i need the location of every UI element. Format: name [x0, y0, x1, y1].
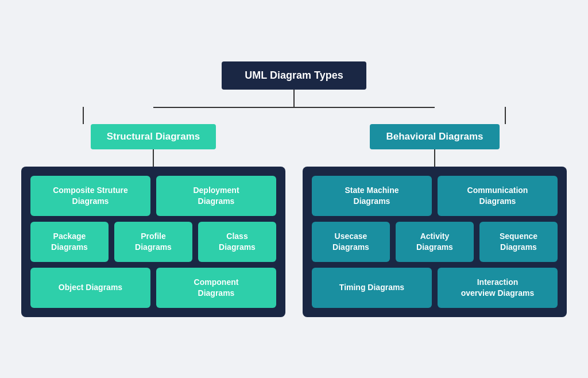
right-branch-connector	[505, 107, 506, 124]
left-branch-connector	[83, 107, 84, 124]
behavioral-row-2: UsecaseDiagrams ActivityDiagrams Sequenc…	[312, 222, 558, 262]
state-machine-diagrams: State MachineDiagrams	[312, 176, 432, 216]
package-diagrams: PackageDiagrams	[30, 222, 109, 262]
deployment-diagrams: DeploymentDiagrams	[156, 176, 276, 216]
sequence-diagrams: SequenceDiagrams	[479, 222, 558, 262]
structural-label: Structural Diagrams	[91, 124, 216, 149]
structural-row-3: Object Diagrams ComponentDiagrams	[30, 268, 276, 308]
communication-diagrams: CommunicationDiagrams	[438, 176, 558, 216]
structural-down-connector	[153, 149, 154, 167]
interaction-overview-diagrams: Interactionoverview Diagrams	[438, 268, 558, 308]
structural-panel: Composite StrutureDiagrams DeploymentDia…	[21, 167, 285, 317]
activity-diagrams: ActivityDiagrams	[396, 222, 474, 262]
behavioral-row-1: State MachineDiagrams CommunicationDiagr…	[312, 176, 558, 216]
branches: Structural Diagrams Composite StrutureDi…	[13, 124, 575, 317]
behavioral-branch: Behavioral Diagrams State MachineDiagram…	[294, 124, 575, 317]
behavioral-label: Behavioral Diagrams	[370, 124, 499, 149]
behavioral-row-3: Timing Diagrams Interactionoverview Diag…	[312, 268, 558, 308]
profile-diagrams: ProfileDiagrams	[114, 222, 192, 262]
object-diagrams: Object Diagrams	[30, 268, 150, 308]
root-connector	[293, 90, 295, 107]
structural-row-2: PackageDiagrams ProfileDiagrams ClassDia…	[30, 222, 276, 262]
behavioral-panel: State MachineDiagrams CommunicationDiagr…	[303, 167, 567, 317]
structural-branch: Structural Diagrams Composite StrutureDi…	[13, 124, 294, 317]
usecase-diagrams: UsecaseDiagrams	[312, 222, 390, 262]
class-diagrams: ClassDiagrams	[198, 222, 276, 262]
component-diagrams: ComponentDiagrams	[156, 268, 276, 308]
behavioral-down-connector	[434, 149, 435, 167]
root-node: UML Diagram Types	[222, 61, 366, 90]
split-row	[13, 107, 575, 124]
structural-row-1: Composite StrutureDiagrams DeploymentDia…	[30, 176, 276, 216]
composite-structure-diagrams: Composite StrutureDiagrams	[30, 176, 150, 216]
timing-diagrams: Timing Diagrams	[312, 268, 432, 308]
diagram-container: UML Diagram Types Structural Diagrams Co…	[13, 61, 575, 317]
